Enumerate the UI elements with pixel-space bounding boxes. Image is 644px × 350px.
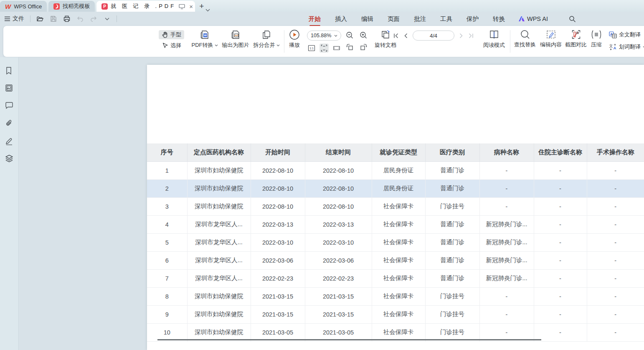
hand-tool-button[interactable]: 手型: [159, 30, 184, 39]
tab-wps-office[interactable]: W WPS Office: [0, 1, 47, 12]
fit-width-button[interactable]: [332, 43, 341, 53]
document-viewport[interactable]: 序号定点医药机构名称开始时间结束时间就诊凭证类型医疗类别病种名称住院主诊断名称手…: [19, 57, 644, 350]
table-cell: 2021-03-15: [251, 305, 305, 323]
table-cell: 1: [147, 161, 187, 179]
compress-button[interactable]: 压缩: [587, 29, 606, 49]
table-cell: 2022-03-13: [305, 215, 372, 233]
screenshot-compare-icon: [571, 29, 581, 40]
new-tab-button[interactable]: +: [195, 2, 205, 12]
table-cell: -: [587, 233, 644, 251]
zoom-out-button[interactable]: [345, 31, 354, 40]
table-cell: 普通门诊: [425, 269, 479, 287]
table-cell: 2022-08-10: [305, 179, 372, 197]
table-row: 9深圳市妇幼保健院2021-03-152021-03-15社会保障卡门诊挂号--…: [147, 305, 644, 323]
thumbnail-panel-icon[interactable]: [5, 84, 13, 92]
table-cell: -: [587, 161, 644, 179]
table-cell: 2022-02-23: [305, 269, 372, 287]
rotate-right-button[interactable]: [359, 42, 368, 51]
bookmark-panel-icon[interactable]: [5, 66, 13, 75]
attachment-panel-icon[interactable]: [5, 119, 13, 128]
select-tool-label: 选择: [170, 42, 181, 49]
last-page-button[interactable]: [468, 33, 474, 38]
quick-access-chevron-icon[interactable]: [103, 15, 111, 23]
tab-document-pdf[interactable]: P 就 医 记 录 .PDF ×: [96, 1, 195, 12]
pdf-convert-button[interactable]: W PDF转换: [190, 29, 219, 49]
menu-item[interactable]: 转换: [492, 13, 506, 26]
table-horizontal-scrollbar[interactable]: [157, 339, 541, 340]
table-cell: 社会保障卡: [372, 215, 425, 233]
table-cell: -: [479, 287, 534, 305]
play-icon: [289, 29, 300, 40]
menu-item[interactable]: 开始: [308, 13, 322, 26]
menu-search-icon[interactable]: [569, 15, 576, 23]
save-icon[interactable]: [50, 15, 57, 23]
file-menu-button[interactable]: 文件: [4, 15, 24, 23]
read-mode-button[interactable]: 阅读模式: [480, 29, 508, 49]
divider: [30, 15, 30, 22]
close-tab-icon[interactable]: ×: [189, 3, 193, 10]
export-image-button[interactable]: 输出为图片: [220, 29, 251, 49]
table-cell: 普通门诊: [425, 161, 479, 179]
table-cell: 2021-03-05: [305, 323, 372, 341]
redo-icon[interactable]: [90, 15, 97, 23]
annotate-pen-panel-icon[interactable]: [5, 137, 13, 145]
page-number-input[interactable]: 4/4: [413, 31, 454, 41]
undo-icon[interactable]: [76, 15, 84, 23]
menu-item[interactable]: 批注: [413, 13, 427, 26]
table-cell: 居民身份证: [372, 161, 425, 179]
menu-item-wps-ai[interactable]: WPS AI: [518, 15, 548, 22]
screenshot-compare-label: 截图对比: [565, 41, 587, 49]
select-tool-button[interactable]: 选择: [159, 41, 184, 50]
comment-panel-icon[interactable]: [5, 102, 13, 110]
find-replace-button[interactable]: 查找替换: [512, 29, 538, 49]
zoom-in-button[interactable]: [359, 31, 368, 40]
play-button[interactable]: 播放: [287, 29, 302, 49]
word-translate-button[interactable]: 文A 划词翻译: [609, 43, 644, 51]
next-page-button[interactable]: [459, 33, 463, 38]
actual-size-button[interactable]: 1:1: [307, 43, 316, 53]
tab-list-chevron-icon[interactable]: [205, 8, 210, 12]
print-icon[interactable]: [63, 15, 71, 23]
table-header-cell: 结束时间: [305, 143, 372, 161]
tab-docer-templates[interactable]: 找稻壳模板: [48, 1, 95, 12]
rotate-document-label: 旋转文档: [375, 41, 396, 49]
wps-office-window: W WPS Office 找稻壳模板 P 就 医 记 录 .PDF × +: [0, 0, 644, 350]
docer-icon: [53, 3, 60, 10]
table-cell: 2022-03-06: [305, 251, 372, 269]
table-cell: -: [479, 323, 534, 341]
menu-item[interactable]: 页面: [387, 13, 401, 26]
table-cell: 新冠肺炎门诊...: [479, 215, 534, 233]
read-mode-icon: [489, 29, 499, 40]
medical-record-table: 序号定点医药机构名称开始时间结束时间就诊凭证类型医疗类别病种名称住院主诊断名称手…: [147, 143, 644, 342]
split-merge-icon: [261, 29, 272, 40]
table-cell: 深圳市妇幼保健院: [187, 305, 251, 323]
split-merge-button[interactable]: 拆分合并: [252, 29, 281, 49]
previous-page-button[interactable]: [404, 33, 408, 38]
table-row: 5深圳市龙华区人...2022-03-102022-03-10社会保障卡普通门诊…: [147, 233, 644, 251]
menu-item[interactable]: 工具: [439, 13, 453, 26]
table-cell: 深圳市妇幼保健院: [187, 323, 251, 341]
menu-item[interactable]: 编辑: [360, 13, 374, 26]
menu-item[interactable]: 保护: [466, 13, 479, 26]
zoom-level-select[interactable]: 105.88%: [307, 31, 341, 41]
divider: [284, 30, 284, 53]
divider: [117, 15, 117, 22]
rotate-left-button[interactable]: [345, 42, 354, 51]
find-replace-label: 查找替换: [514, 41, 536, 49]
fit-page-button[interactable]: [319, 43, 329, 53]
svg-text:A: A: [614, 46, 616, 50]
layers-panel-icon[interactable]: [5, 154, 13, 163]
table-header-cell: 序号: [147, 143, 187, 161]
full-translate-label: 全文翻译: [619, 31, 641, 38]
screen-share-icon[interactable]: [179, 4, 185, 9]
table-cell: -: [587, 305, 644, 323]
table-cell: 深圳市龙华区人...: [187, 233, 251, 251]
screenshot-compare-button[interactable]: 截图对比: [563, 29, 589, 49]
tab-label: 找稻壳模板: [63, 3, 90, 10]
edit-content-button[interactable]: 编辑内容: [538, 29, 564, 49]
menu-item[interactable]: 插入: [334, 13, 348, 26]
first-page-button[interactable]: [393, 33, 399, 38]
ribbon-toolbar: 手型 选择 W PDF转换 输出为图片 拆分合并 播放: [3, 26, 644, 57]
full-text-translate-button[interactable]: A字 全文翻译: [609, 31, 644, 38]
open-file-icon[interactable]: [36, 15, 44, 23]
